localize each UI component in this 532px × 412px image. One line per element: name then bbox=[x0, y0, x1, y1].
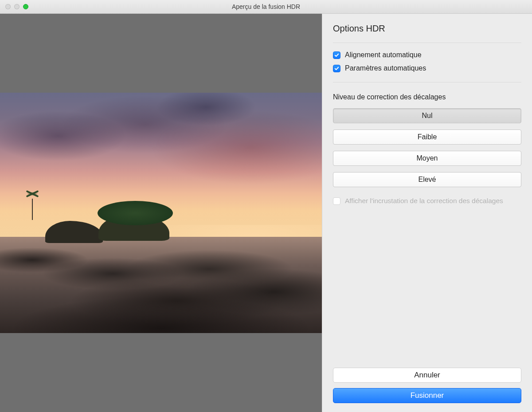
auto-settings-label: Paramètres automatiques bbox=[345, 64, 426, 72]
window-controls bbox=[0, 4, 28, 9]
deghost-overlay-checkbox: Afficher l'incrustation de la correction… bbox=[333, 197, 521, 205]
auto-align-checkbox[interactable]: Alignement automatique bbox=[333, 51, 521, 59]
hdr-preview-area bbox=[0, 14, 322, 412]
minimize-window-button[interactable] bbox=[14, 4, 20, 9]
auto-settings-checkbox[interactable]: Paramètres automatiques bbox=[333, 64, 521, 72]
deghost-level-group: Nul Faible Moyen Elevé bbox=[333, 108, 521, 187]
cancel-button[interactable]: Annuler bbox=[333, 368, 521, 383]
checkbox-checked-icon bbox=[333, 65, 340, 72]
close-window-button[interactable] bbox=[5, 4, 11, 9]
window-title: Aperçu de la fusion HDR bbox=[0, 3, 532, 10]
checkbox-unchecked-icon bbox=[333, 197, 340, 205]
merge-button[interactable]: Fusionner bbox=[333, 388, 521, 403]
panel-title: Options HDR bbox=[333, 24, 521, 34]
deghost-option-none[interactable]: Nul bbox=[333, 108, 521, 123]
checkbox-checked-icon bbox=[333, 51, 340, 59]
separator bbox=[333, 82, 521, 82]
deghost-overlay-label: Afficher l'incrustation de la correction… bbox=[345, 197, 503, 205]
separator bbox=[333, 43, 521, 43]
zoom-window-button[interactable] bbox=[23, 4, 28, 9]
deghost-option-high[interactable]: Elevé bbox=[333, 172, 521, 187]
hdr-preview-image bbox=[0, 93, 322, 333]
auto-align-label: Alignement automatique bbox=[345, 51, 422, 59]
deghost-option-low[interactable]: Faible bbox=[333, 129, 521, 145]
window-titlebar: Aperçu de la fusion HDR bbox=[0, 0, 532, 14]
hdr-options-panel: Options HDR Alignement automatique Param… bbox=[322, 14, 532, 412]
deghost-section-label: Niveau de correction des décalages bbox=[333, 93, 521, 101]
deghost-option-medium[interactable]: Moyen bbox=[333, 151, 521, 166]
